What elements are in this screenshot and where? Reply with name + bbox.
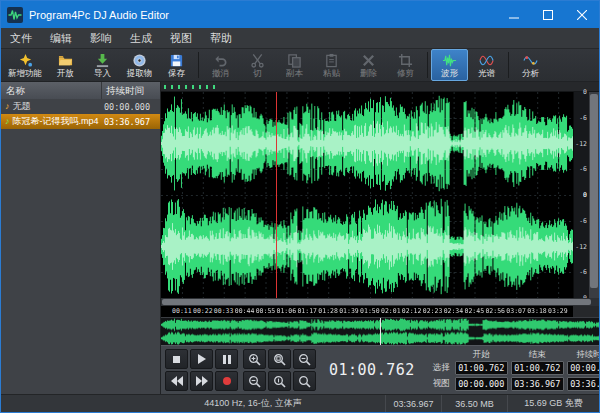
time-tick: 00:44	[235, 307, 255, 315]
cd-disc-icon	[132, 53, 147, 68]
stop-button[interactable]	[165, 349, 188, 369]
toolbar-button-waveform[interactable]: 波形	[431, 49, 468, 81]
toolbar-button-copy[interactable]: 副本	[276, 49, 313, 81]
waveform-view[interactable]	[161, 92, 573, 298]
toolbar-button-new-features[interactable]: 新增功能	[3, 49, 47, 81]
zoom-in-icon	[248, 353, 261, 366]
toolbar-button-paste[interactable]: 粘贴	[313, 49, 350, 81]
time-tick: 02:56	[485, 307, 505, 315]
record-button[interactable]	[215, 371, 238, 391]
toolbar-button-import[interactable]: 导入	[84, 49, 121, 81]
toolbar-button-trim[interactable]: 修剪	[387, 49, 424, 81]
time-tick: 02:12	[402, 307, 422, 315]
toolbar-button-label: 波形	[441, 69, 458, 78]
delete-x-icon	[361, 53, 376, 68]
rewind-icon	[171, 376, 183, 386]
playhead-cursor[interactable]	[276, 92, 277, 298]
file-row-selected[interactable]: ♪陈冠希-记得我吗.mp4 03:36.967	[1, 114, 160, 129]
waveform-icon	[442, 53, 457, 68]
time-tick: 03:07	[506, 307, 526, 315]
time-tick: 00:33	[214, 307, 234, 315]
time-ruler: 00:1100:2200:3300:4400:5501:0601:1701:28…	[161, 306, 573, 317]
close-icon	[577, 10, 587, 20]
waveform-row: 0-6-12-600-6-12-60	[161, 92, 599, 298]
toolbar-button-label: 开放	[57, 69, 74, 78]
forward-button[interactable]	[190, 371, 213, 391]
minimize-button[interactable]	[497, 1, 531, 28]
zoom-in-button[interactable]	[243, 349, 266, 369]
toolbar-button-label: 光谱	[478, 69, 495, 78]
menu-generate[interactable]: 生成	[121, 28, 161, 49]
zoom-selection-button[interactable]	[268, 349, 291, 369]
vertical-scrollbar-thumb[interactable]	[590, 94, 598, 288]
view-duration-field[interactable]: 03:36.967	[567, 377, 600, 391]
row-label-selection: 选择	[428, 362, 452, 374]
toolbar-button-label: 修剪	[397, 69, 414, 78]
marker-strip[interactable]	[161, 82, 599, 92]
spectrum-icon	[479, 53, 494, 68]
selection-start-field[interactable]: 01:00.762	[455, 361, 508, 375]
selection-end-field[interactable]: 01:00.762	[511, 361, 564, 375]
overview-position-marker[interactable]	[380, 318, 381, 345]
toolbar-button-cut[interactable]: 切	[239, 49, 276, 81]
overview-strip[interactable]	[161, 317, 599, 345]
menu-edit[interactable]: 编辑	[41, 28, 81, 49]
zoom-vertical-in-icon	[273, 375, 286, 388]
sparkle-icon	[18, 53, 33, 68]
play-button[interactable]	[190, 349, 213, 369]
time-tick: 01:06	[277, 307, 297, 315]
zoom-full-button[interactable]	[293, 349, 316, 369]
file-list-panel: 名称 持续时间 ♪无题 00:00.000 ♪陈冠希-记得我吗.mp4 03:3…	[1, 82, 161, 394]
time-tick: 02:45	[465, 307, 485, 315]
import-arrow-icon	[95, 53, 110, 68]
toolbar-button-extract[interactable]: 提取物	[121, 49, 158, 81]
pause-button[interactable]	[215, 349, 238, 369]
waveform-canvas[interactable]	[161, 92, 573, 298]
menu-effects[interactable]: 影响	[81, 28, 121, 49]
status-duration: 03:36.967	[385, 395, 441, 412]
column-header-name[interactable]: 名称	[1, 82, 102, 99]
toolbar-button-label: 导入	[94, 69, 111, 78]
toolbar-button-delete[interactable]: 删除	[350, 49, 387, 81]
horizontal-scrollbar[interactable]	[161, 298, 599, 306]
zoom-buttons	[243, 349, 316, 391]
toolbar-button-label: 撤消	[212, 69, 229, 78]
time-tick: 02:34	[444, 307, 464, 315]
view-end-field[interactable]: 03:36.967	[511, 377, 564, 391]
rewind-button[interactable]	[165, 371, 188, 391]
zoom-out-button[interactable]	[243, 371, 266, 391]
toolbar-separator	[427, 52, 428, 78]
toolbar-button-label: 分析	[522, 69, 539, 78]
close-button[interactable]	[565, 1, 599, 28]
audio-file-icon: ♪	[5, 117, 10, 126]
toolbar-button-save[interactable]: 保存	[158, 49, 195, 81]
maximize-button[interactable]	[531, 1, 565, 28]
toolbar-button-analyze[interactable]: 分析	[512, 49, 549, 81]
zoom-out-icon	[248, 375, 261, 388]
menu-file[interactable]: 文件	[1, 28, 41, 49]
zoom-vertical-out-button[interactable]	[293, 371, 316, 391]
status-free-space: 15.69 GB 免费	[507, 395, 599, 412]
file-row-untitled[interactable]: ♪无题 00:00.000	[1, 99, 160, 114]
copy-icon	[287, 53, 302, 68]
column-header-duration[interactable]: 持续时间	[102, 82, 160, 99]
scissors-icon	[250, 53, 265, 68]
toolbar-button-spectrum[interactable]: 光谱	[468, 49, 505, 81]
view-start-field[interactable]: 00:00.000	[455, 377, 508, 391]
zoom-vertical-in-button[interactable]	[268, 371, 291, 391]
db-label: -6	[579, 114, 587, 122]
toolbar-button-label: 粘贴	[323, 69, 340, 78]
toolbar-button-open[interactable]: 开放	[47, 49, 84, 81]
toolbar-button-undo[interactable]: 撤消	[202, 49, 239, 81]
time-tick: 00:55	[256, 307, 276, 315]
file-name: 无题	[13, 100, 31, 113]
menu-view[interactable]: 视图	[161, 28, 201, 49]
db-label: -6	[579, 268, 587, 276]
vertical-scrollbar[interactable]	[589, 92, 599, 298]
db-label: -12	[575, 243, 587, 251]
menu-help[interactable]: 帮助	[201, 28, 241, 49]
db-label: -6	[579, 217, 587, 225]
transport-panel: 01:00.762 开始 结束 持续时间 选择 01:00.762 01:00.…	[161, 345, 599, 394]
horizontal-scrollbar-thumb[interactable]	[162, 299, 591, 305]
selection-duration-field[interactable]: 00:00.000	[567, 361, 600, 375]
